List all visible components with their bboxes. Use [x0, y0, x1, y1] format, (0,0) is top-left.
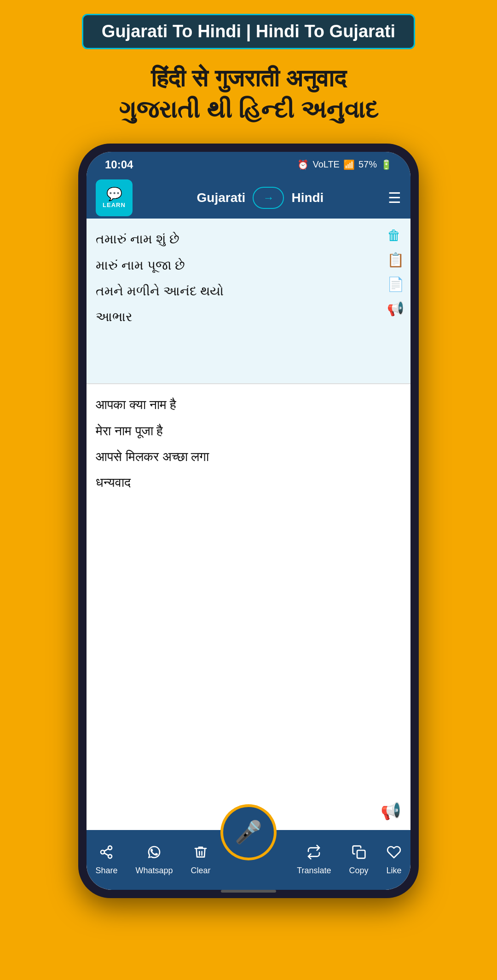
- volte-icon: VoLTE: [312, 159, 340, 170]
- delete-icon[interactable]: 🗑: [387, 228, 404, 243]
- battery-percent: 57%: [358, 159, 377, 170]
- phone-screen: 10:04 ⏰ VoLTE 📶 57% 🔋 💬 LEARN Gujarati →…: [87, 152, 410, 890]
- bottom-navigation: 🎤 Share Whatsapp: [87, 830, 410, 890]
- app-title-banner: Gujarati To Hindi | Hindi To Gujarati: [82, 14, 415, 49]
- battery-icon: 🔋: [381, 159, 392, 170]
- home-indicator: [221, 890, 276, 893]
- subtitle-line1: हिंदी से गुजराती अनुवाद: [119, 63, 378, 94]
- app-title: Gujarati To Hindi | Hindi To Gujarati: [102, 22, 395, 41]
- output-line-1: आपका क्या नाम है: [96, 393, 401, 416]
- svg-rect-5: [357, 850, 365, 858]
- share-icon: [99, 845, 114, 863]
- subtitle-block: हिंदी से गुजराती अनुवाद ગુજરાતી થી હિન્દ…: [119, 63, 378, 125]
- signal-icon: 📶: [343, 159, 355, 170]
- speaker-output-icon[interactable]: 📢: [381, 801, 401, 821]
- phone-device: 10:04 ⏰ VoLTE 📶 57% 🔋 💬 LEARN Gujarati →…: [78, 144, 419, 898]
- status-bar: 10:04 ⏰ VoLTE 📶 57% 🔋: [87, 152, 410, 177]
- alarm-icon: ⏰: [297, 159, 309, 170]
- output-line-4: धन्यवाद: [96, 471, 401, 494]
- input-text-block: તમારું નામ શું છે મારું નામ પૂજા છે તમને…: [96, 228, 374, 329]
- copy-label: Copy: [349, 866, 369, 876]
- translate-icon: [306, 845, 321, 863]
- target-language: Hindi: [291, 190, 324, 205]
- microphone-button[interactable]: 🎤: [223, 807, 274, 858]
- nav-item-share[interactable]: Share: [95, 845, 117, 876]
- status-icons: ⏰ VoLTE 📶 57% 🔋: [297, 159, 392, 170]
- output-section: आपका क्या नाम है मेरा नाम पूजा है आपसे म…: [87, 384, 410, 830]
- language-selector: Gujarati → Hindi: [137, 187, 383, 209]
- input-line-4: આભાર: [96, 306, 374, 329]
- nav-item-copy[interactable]: Copy: [349, 845, 369, 876]
- input-line-2: મારું નામ પૂજા છે: [96, 254, 374, 277]
- like-label: Like: [387, 866, 402, 876]
- input-line-1: તમારું નામ શું છે: [96, 228, 374, 251]
- copy-icon: [352, 845, 366, 863]
- arrow-icon: →: [263, 191, 274, 204]
- app-header: 💬 LEARN Gujarati → Hindi ☰: [87, 177, 410, 219]
- whatsapp-icon: [147, 845, 162, 863]
- nav-item-whatsapp[interactable]: Whatsapp: [135, 845, 173, 876]
- source-language: Gujarati: [197, 190, 246, 205]
- clear-icon: [193, 845, 208, 863]
- speaker-input-icon[interactable]: 📢: [387, 300, 404, 317]
- nav-item-translate[interactable]: Translate: [297, 845, 331, 876]
- menu-icon[interactable]: ☰: [388, 189, 401, 207]
- svg-line-4: [104, 848, 109, 851]
- app-logo: 💬 LEARN: [96, 179, 133, 216]
- swap-language-button[interactable]: →: [253, 187, 284, 209]
- nav-item-like[interactable]: Like: [387, 845, 402, 876]
- share-label: Share: [95, 866, 117, 876]
- subtitle-line2: ગુજરાતી થી હિન્દી અનુવાદ: [119, 94, 378, 126]
- output-line-2: मेरा नाम पूजा है: [96, 420, 401, 443]
- logo-chat-icon: 💬: [106, 188, 122, 201]
- nav-item-clear[interactable]: Clear: [191, 845, 210, 876]
- status-time: 10:04: [105, 158, 133, 171]
- action-icons: 🗑 📋 📄 📢: [387, 228, 404, 317]
- content-area: તમારું નામ શું છે મારું નામ પૂજા છે તમને…: [87, 219, 410, 830]
- output-text-block: आपका क्या नाम है मेरा नाम पूजा है आपसे म…: [96, 393, 401, 495]
- translate-label: Translate: [297, 866, 331, 876]
- whatsapp-label: Whatsapp: [135, 866, 173, 876]
- logo-label: LEARN: [103, 202, 126, 208]
- input-line-3: તમને મળીને આનંદ થયો: [96, 280, 374, 303]
- clear-label: Clear: [191, 866, 210, 876]
- copy-files-icon[interactable]: 📄: [387, 276, 404, 292]
- input-section[interactable]: તમારું નામ શું છે મારું નામ પૂજા છે તમને…: [87, 219, 410, 384]
- like-icon: [387, 845, 401, 863]
- svg-line-3: [104, 853, 109, 855]
- output-line-3: आपसे मिलकर अच्छा लगा: [96, 445, 401, 468]
- mic-icon: 🎤: [235, 819, 262, 845]
- clipboard-icon[interactable]: 📋: [387, 252, 404, 268]
